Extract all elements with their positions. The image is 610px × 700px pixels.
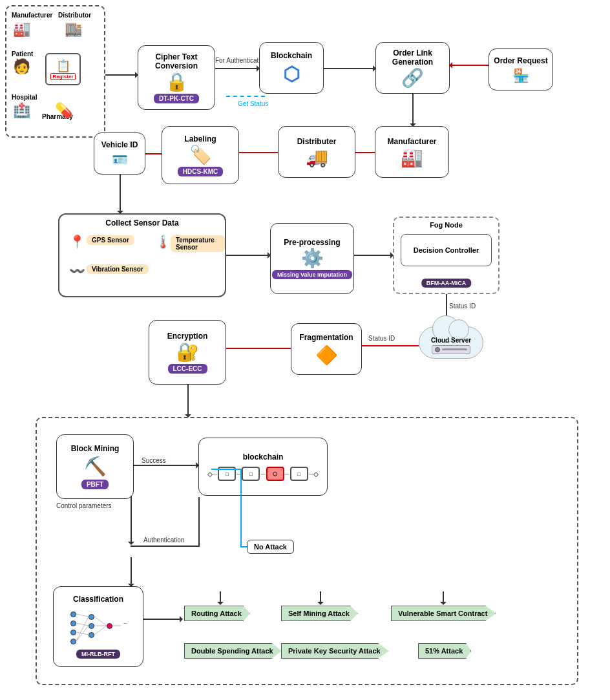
- distributer-title: Distributer: [297, 137, 337, 146]
- fog-box: Fog Node Decision Controller BFM-AA-MICA: [393, 217, 500, 294]
- arrow-class-attacks: [143, 619, 182, 620]
- encryption-box: Encryption 🔐 LCC-ECC: [149, 320, 226, 385]
- svg-line-4: [76, 626, 89, 641]
- arrow-vulnerable: [443, 591, 444, 604]
- temp-icon: 🌡️: [155, 234, 171, 249]
- blockchain-top-title: Blockchain: [271, 51, 312, 60]
- classification-title: Classification: [73, 595, 123, 604]
- dashed-getstatus-arrow: [226, 96, 265, 97]
- chain-block-2: □: [242, 467, 260, 481]
- routing-attack-label: Routing Attack: [184, 606, 250, 621]
- fog-decision-label: Decision Controller: [414, 246, 479, 254]
- temp-label: Temperature Sensor: [171, 235, 225, 252]
- distributer-icon: 🚚: [306, 149, 328, 167]
- orderlink-title: Order Link Generation: [376, 48, 449, 67]
- chain-connector-5: ─◇: [309, 471, 319, 478]
- vulnerable-attack-label: Vulnerable Smart Contract: [391, 606, 496, 621]
- arrow-encrypt-down: [187, 385, 189, 417]
- labeling-badge: HDCS-KMC: [178, 167, 223, 176]
- labeling-box: Labeling 🏷️ HDCS-KMC: [162, 126, 239, 184]
- vibration-icon: 〰️: [69, 263, 85, 279]
- manufacturer-label: Manufacturer: [12, 12, 52, 19]
- blockchain-top-icon: ⬡: [283, 63, 300, 85]
- arrow-preprocess-fog: [354, 255, 393, 256]
- fragmentation-title: Fragmentation: [299, 333, 353, 342]
- arrow-cipher-blockchain: [215, 68, 259, 69]
- fog-decision-box: Decision Controller: [401, 234, 492, 266]
- preprocessing-icon: ⚙️: [301, 249, 324, 268]
- blockchain-bottom-title: blockchain: [243, 452, 284, 461]
- label-statusid-1: Status ID: [449, 302, 476, 310]
- hospital-icon: 🏥: [13, 102, 30, 119]
- manufacturer-sc-title: Manufacturer: [387, 137, 436, 146]
- vehicleid-icon: 🪪: [112, 152, 128, 167]
- blockmining-badge: PBFT: [81, 480, 109, 489]
- orderrequest-title: Order Request: [494, 56, 547, 65]
- svg-line-3: [76, 617, 89, 641]
- fragmentation-icon: 🔶: [315, 345, 338, 366]
- fog-badge: BFM-AA-MICA: [421, 279, 471, 288]
- cipher-title: Cipher Text Conversion: [138, 52, 215, 70]
- arrow-blockchain-horiz: [131, 546, 200, 547]
- labeling-title: Labeling: [184, 134, 216, 143]
- svg-line-1: [76, 623, 89, 626]
- encryption-badge: LCC-ECC: [168, 364, 207, 374]
- labeling-icon: 🏷️: [189, 146, 212, 164]
- server-bar: [442, 348, 467, 350]
- no-attack-label: No Attack: [254, 543, 287, 551]
- selfmining-attack-label: Self Mining Attack: [281, 606, 358, 621]
- gps-icon: 📍: [69, 234, 85, 249]
- blockmining-icon: ⛏️: [84, 456, 107, 477]
- label-authentication: Authentication: [143, 536, 184, 544]
- manufacturer-sc-box: Manufacturer 🏭: [375, 126, 449, 178]
- blockmining-box: Block Mining ⛏️ PBFT: [56, 434, 134, 499]
- preprocessing-title: Pre-processing: [284, 238, 340, 247]
- register-box: 📋 Register: [45, 53, 81, 85]
- encryption-title: Encryption: [167, 332, 208, 341]
- pharmacy-icon: 💊: [55, 102, 72, 119]
- label-get-status: Get Status: [238, 100, 268, 107]
- manufacturer-icon: 🏭: [13, 21, 30, 37]
- cipher-icon: 🔒: [165, 73, 188, 91]
- bottom-section: Block Mining ⛏️ PBFT Success blockchain …: [36, 417, 578, 685]
- orderrequest-box: Order Request 🏪: [489, 48, 553, 90]
- orderrequest-icon: 🏪: [513, 68, 529, 83]
- arrow-mining-down: [131, 496, 132, 544]
- encryption-icon: 🔐: [176, 343, 199, 361]
- orderlink-box: Order Link Generation 🔗: [375, 42, 450, 94]
- sensor-title: Collect Sensor Data: [105, 218, 178, 228]
- distributor-icon: 🏬: [65, 21, 82, 37]
- no-attack-horiz: [211, 469, 242, 470]
- svg-line-7: [94, 626, 107, 635]
- nn-visual: ─: [69, 609, 127, 644]
- main-diagram: Manufacturer 🏭 Distributor 🏬 Patient 🧑 📋…: [0, 0, 610, 700]
- privkey-attack-label: Private Key Security Attack: [281, 643, 389, 659]
- arrow-selfmining: [320, 591, 321, 604]
- no-attack-box: No Attack: [247, 540, 294, 554]
- chain-connector-1: ◇─: [207, 471, 217, 478]
- fog-title: Fog Node: [430, 221, 463, 229]
- arrow-auth-class: [131, 557, 132, 586]
- cloud-title: Cloud Server: [431, 337, 471, 344]
- distributor-label: Distributor: [58, 12, 91, 19]
- distributer-box: Distributer 🚚: [278, 126, 355, 178]
- fragmentation-box: Fragmentation 🔶: [291, 323, 362, 375]
- fiftyone-attack-label: 51% Attack: [418, 643, 471, 659]
- svg-line-0: [76, 614, 89, 617]
- blockchain-bottom-box: blockchain ◇─ □ ─ □ ─ ⬡ ─ □ ─◇: [198, 438, 328, 496]
- gps-label: GPS Sensor: [87, 235, 134, 245]
- blockchain-top-box: Blockchain ⬡: [259, 42, 324, 94]
- register-badge: Register: [50, 73, 75, 80]
- arrow-orderlink-down: [412, 94, 414, 126]
- patient-label: Patient: [12, 50, 33, 58]
- preprocessing-box: Pre-processing ⚙️ Missing Value Imputati…: [270, 223, 354, 294]
- arrow-sensor-preprocess: [226, 255, 270, 256]
- cipher-box: Cipher Text Conversion 🔒 DT-PK-CTC: [138, 45, 215, 110]
- arrow-entity-cipher: [105, 74, 138, 76]
- no-attack-vert: [240, 469, 242, 547]
- manufacturer-sc-icon: 🏭: [401, 149, 423, 167]
- arrow-routing: [220, 591, 221, 604]
- classification-box: Classification: [53, 586, 143, 667]
- sensor-box: Collect Sensor Data 📍 GPS Sensor 🌡️ Temp…: [58, 213, 226, 297]
- entity-box: Manufacturer 🏭 Distributor 🏬 Patient 🧑 📋…: [5, 5, 105, 138]
